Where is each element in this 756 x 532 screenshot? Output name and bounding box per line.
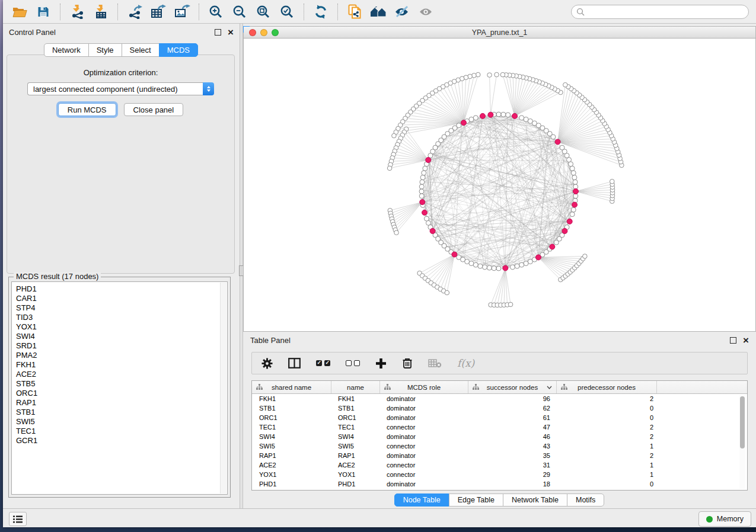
network-node[interactable]	[478, 264, 483, 268]
table-row[interactable]: ACE2ACE2connector311	[252, 460, 747, 470]
mcds-node[interactable]	[562, 228, 567, 233]
list-scroll-track[interactable]	[220, 283, 227, 493]
mcds-node[interactable]	[422, 210, 428, 215]
network-node[interactable]	[510, 265, 515, 270]
column-view-icon[interactable]	[288, 358, 301, 368]
network-node[interactable]	[473, 116, 478, 120]
criterion-select[interactable]: largest connected component (undirected)	[27, 82, 214, 95]
table-row[interactable]: TEC1TEC1connector472	[252, 422, 747, 432]
mcds-node[interactable]	[572, 202, 578, 207]
network-node[interactable]	[422, 171, 426, 175]
network-node[interactable]	[560, 145, 564, 150]
network-node[interactable]	[506, 113, 511, 117]
save-session-icon[interactable]	[34, 3, 53, 21]
network-node[interactable]	[571, 207, 576, 212]
table-row[interactable]: FKH1FKH1dominator962	[252, 394, 747, 403]
network-leaf-node[interactable]	[387, 166, 392, 171]
mcds-result-item[interactable]: FKH1	[16, 360, 227, 370]
network-node[interactable]	[496, 112, 501, 117]
network-node[interactable]	[570, 212, 575, 217]
network-canvas[interactable]	[244, 39, 755, 331]
import-table-icon[interactable]	[91, 3, 110, 21]
mcds-result-item[interactable]: SRD1	[16, 341, 227, 351]
network-node[interactable]	[420, 180, 425, 184]
home-layout-icon[interactable]	[369, 3, 388, 21]
table-row[interactable]: ORC1ORC1dominator610	[252, 413, 747, 422]
export-table-icon[interactable]	[149, 3, 168, 21]
close-table-panel-icon[interactable]: ×	[743, 337, 749, 344]
network-node[interactable]	[524, 117, 528, 121]
column-header-shared-name[interactable]: shared name	[252, 381, 331, 393]
network-node[interactable]	[419, 194, 424, 198]
mcds-node[interactable]	[480, 113, 485, 118]
zoom-selected-icon[interactable]	[277, 3, 296, 21]
network-leaf-node[interactable]	[610, 179, 614, 184]
memory-button[interactable]: Memory	[698, 511, 751, 527]
mcds-node[interactable]	[550, 244, 555, 249]
network-node[interactable]	[515, 264, 519, 268]
table-scrollbar[interactable]	[739, 395, 745, 489]
search-input[interactable]	[571, 5, 749, 19]
table-row[interactable]: STB1STB1dominator620	[252, 403, 747, 413]
add-column-icon[interactable]	[375, 358, 387, 369]
task-history-button[interactable]	[9, 512, 27, 526]
network-node[interactable]	[419, 184, 424, 189]
column-header-successor-nodes[interactable]: successor nodes	[468, 381, 557, 393]
network-node[interactable]	[573, 184, 578, 189]
tab-network[interactable]: Network	[44, 43, 89, 57]
mcds-result-item[interactable]: YOX1	[16, 322, 227, 332]
copy-style-icon[interactable]	[345, 3, 364, 21]
network-leaf-node[interactable]	[500, 72, 505, 77]
open-file-icon[interactable]	[10, 3, 29, 21]
network-node[interactable]	[487, 265, 492, 270]
network-node[interactable]	[573, 194, 578, 198]
select-all-icon[interactable]	[316, 360, 330, 366]
mcds-node[interactable]	[503, 265, 508, 271]
network-node[interactable]	[469, 261, 474, 266]
network-node[interactable]	[419, 189, 424, 194]
table-row[interactable]: PHD1PHD1dominator180	[252, 479, 747, 489]
mcds-result-item[interactable]: TID3	[16, 313, 227, 322]
column-header-MCDS-role[interactable]: MCDS role	[380, 381, 468, 393]
network-leaf-node[interactable]	[392, 133, 397, 138]
table-row[interactable]: SWI4SWI4dominator462	[252, 432, 747, 441]
close-panel-icon[interactable]: ×	[228, 29, 234, 36]
show-panel-icon[interactable]	[416, 3, 435, 21]
tab-motifs[interactable]: Motifs	[567, 493, 604, 507]
network-leaf-node[interactable]	[394, 230, 399, 235]
table-row[interactable]: SWI5SWI5connector431	[252, 441, 747, 451]
mcds-node[interactable]	[420, 200, 425, 205]
tab-style[interactable]: Style	[88, 43, 122, 57]
network-node[interactable]	[473, 262, 478, 267]
refresh-icon[interactable]	[311, 3, 330, 21]
mcds-node[interactable]	[426, 158, 431, 163]
export-image-icon[interactable]	[173, 3, 192, 21]
import-network-icon[interactable]	[68, 3, 87, 21]
tab-mcds[interactable]: MCDS	[159, 43, 198, 57]
network-leaf-node[interactable]	[487, 73, 492, 78]
mcds-node[interactable]	[555, 139, 560, 145]
tab-node-table[interactable]: Node Table	[394, 493, 449, 507]
network-node[interactable]	[573, 180, 578, 184]
mcds-result-item[interactable]: RAP1	[16, 398, 227, 408]
mcds-node[interactable]	[461, 120, 466, 126]
mcds-result-item[interactable]: GCR1	[16, 436, 227, 446]
mcds-result-item[interactable]: STB1	[16, 408, 227, 417]
zoom-out-icon[interactable]	[230, 3, 249, 21]
mcds-result-item[interactable]: PMA2	[16, 351, 227, 360]
mcds-node[interactable]	[488, 112, 493, 117]
mcds-result-item[interactable]: ACE2	[16, 370, 227, 379]
run-mcds-button[interactable]: Run MCDS	[58, 103, 116, 116]
tab-network-table[interactable]: Network Table	[503, 493, 567, 507]
column-header-predecessor-nodes[interactable]: predecessor nodes	[557, 381, 657, 393]
network-node[interactable]	[519, 116, 524, 120]
network-leaf-node[interactable]	[563, 82, 568, 87]
export-network-icon[interactable]	[125, 3, 144, 21]
zoom-in-icon[interactable]	[206, 3, 225, 21]
network-leaf-node[interactable]	[445, 290, 449, 295]
gear-icon[interactable]	[261, 358, 273, 369]
hide-panel-icon[interactable]	[393, 3, 412, 21]
float-panel-icon[interactable]	[215, 29, 221, 36]
mcds-node[interactable]	[567, 219, 572, 224]
network-titlebar[interactable]: YPA_prune.txt_1	[244, 27, 755, 39]
